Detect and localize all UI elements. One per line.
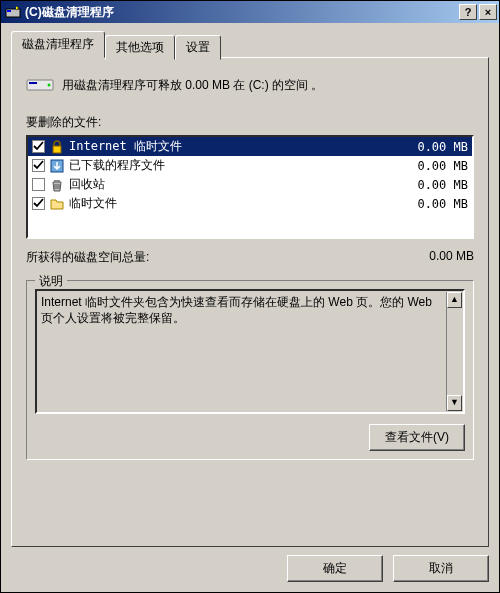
recycle-icon [49, 177, 65, 193]
svg-rect-6 [53, 146, 61, 153]
cancel-button[interactable]: 取消 [393, 555, 489, 582]
files-listbox[interactable]: Internet 临时文件0.00 MB已下载的程序文件0.00 MB回收站0.… [26, 135, 474, 239]
description-group: 说明 Internet 临时文件夹包含为快速查看而存储在硬盘上的 Web 页。您… [26, 280, 474, 460]
titlebar: (C)磁盘清理程序 ? × [1, 1, 499, 23]
file-name: 回收站 [69, 176, 405, 193]
total-label: 所获得的磁盘空间总量: [26, 249, 429, 266]
description-textbox: Internet 临时文件夹包含为快速查看而存储在硬盘上的 Web 页。您的 W… [35, 289, 465, 414]
table-row[interactable]: 回收站0.00 MB [28, 175, 472, 194]
table-row[interactable]: Internet 临时文件0.00 MB [28, 137, 472, 156]
tab-strip: 磁盘清理程序 其他选项 设置 [11, 31, 489, 58]
summary-text: 用磁盘清理程序可释放 0.00 MB 在 (C:) 的空间 。 [62, 77, 474, 94]
view-files-label: 查看文件(V) [385, 430, 449, 444]
files-label: 要删除的文件: [26, 114, 474, 131]
tab-panel: 用磁盘清理程序可释放 0.00 MB 在 (C:) 的空间 。 要删除的文件: … [11, 57, 489, 547]
tab-more-options[interactable]: 其他选项 [105, 35, 175, 60]
disk-cleanup-window: (C)磁盘清理程序 ? × 磁盘清理程序 其他选项 设置 用磁盘清理程序可释放 … [0, 0, 500, 593]
svg-rect-1 [7, 10, 11, 12]
file-size: 0.00 MB [409, 140, 468, 154]
table-row[interactable]: 已下载的程序文件0.00 MB [28, 156, 472, 175]
file-name: 临时文件 [69, 195, 405, 212]
table-row[interactable]: 临时文件0.00 MB [28, 194, 472, 213]
checkbox[interactable] [32, 197, 45, 210]
file-size: 0.00 MB [409, 197, 468, 211]
svg-rect-10 [54, 180, 60, 182]
total-row: 所获得的磁盘空间总量: 0.00 MB [26, 249, 474, 266]
scrollbar[interactable]: ▲ ▼ [446, 292, 462, 411]
file-size: 0.00 MB [409, 159, 468, 173]
close-button[interactable]: × [479, 4, 497, 20]
tab-settings[interactable]: 设置 [175, 35, 221, 60]
svg-rect-9 [33, 179, 45, 191]
checkbox[interactable] [32, 159, 45, 172]
summary-row: 用磁盘清理程序可释放 0.00 MB 在 (C:) 的空间 。 [26, 76, 474, 94]
help-button[interactable]: ? [459, 4, 477, 20]
checkbox[interactable] [32, 178, 45, 191]
download-icon [49, 158, 65, 174]
description-text: Internet 临时文件夹包含为快速查看而存储在硬盘上的 Web 页。您的 W… [41, 295, 432, 325]
ok-button[interactable]: 确定 [287, 555, 383, 582]
file-name: Internet 临时文件 [69, 138, 405, 155]
file-size: 0.00 MB [409, 178, 468, 192]
description-legend: 说明 [35, 273, 67, 290]
scroll-down-icon[interactable]: ▼ [447, 395, 462, 411]
view-files-button[interactable]: 查看文件(V) [369, 424, 465, 451]
svg-rect-3 [29, 82, 37, 84]
window-title: (C)磁盘清理程序 [25, 4, 457, 21]
total-value: 0.00 MB [429, 249, 474, 266]
svg-point-4 [48, 84, 51, 87]
app-icon [5, 4, 21, 20]
dialog-buttons: 确定 取消 [11, 555, 489, 582]
lock-icon [49, 139, 65, 155]
checkbox[interactable] [32, 140, 45, 153]
scroll-up-icon[interactable]: ▲ [447, 292, 462, 308]
file-name: 已下载的程序文件 [69, 157, 405, 174]
window-body: 磁盘清理程序 其他选项 设置 用磁盘清理程序可释放 0.00 MB 在 (C:)… [1, 23, 499, 592]
drive-icon [26, 76, 54, 94]
tab-disk-cleanup[interactable]: 磁盘清理程序 [11, 31, 105, 58]
folder-icon [49, 196, 65, 212]
